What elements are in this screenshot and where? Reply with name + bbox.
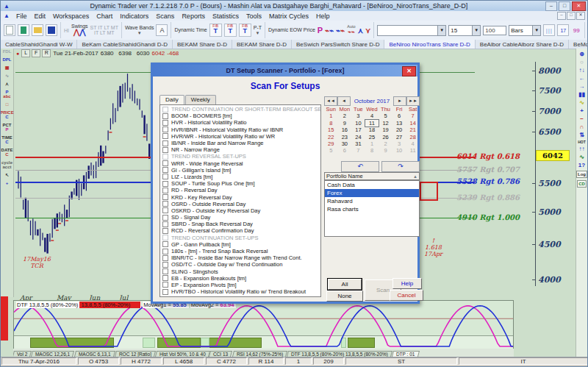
scroll-right-icon[interactable]: → <box>579 84 585 90</box>
menu-scans[interactable]: Scans <box>152 13 178 20</box>
mdi-close-button[interactable]: ✕ <box>576 12 585 20</box>
calendar-day-24[interactable]: 24 <box>351 134 365 140</box>
indicator-tab-rsi-14-62-75-25[interactable]: RSI 14,62 (75%-25%) <box>232 351 287 357</box>
bars-style-icon[interactable]: ▮▮ <box>578 92 585 98</box>
indicator-tab-roc-12-ratio[interactable]: ROC 12 [Ratio] <box>115 351 156 357</box>
calendar-day-13[interactable]: 13 <box>392 120 406 127</box>
new-chart-icon[interactable] <box>4 24 15 36</box>
calendar-day-19[interactable]: 19 <box>379 127 392 133</box>
calendar-day-31[interactable]: 31 <box>351 140 365 147</box>
left-tool-item[interactable]: ∿ <box>5 74 9 78</box>
checkbox[interactable] <box>162 262 168 268</box>
fib-time-2-icon[interactable]: FIBT <box>224 24 237 37</box>
calendar-day-9-next[interactable]: 9 <box>379 147 392 154</box>
calendar-icon[interactable]: 17 <box>557 24 569 36</box>
chart-tab-bekam-share-d-d[interactable]: BEKAM Share D-D <box>232 40 292 49</box>
all-button[interactable]: All <box>328 279 362 290</box>
menu-tools[interactable]: Tools <box>243 13 265 20</box>
portfolio-header[interactable]: Portfolio Name ▲ <box>324 172 420 180</box>
oscillator-icon[interactable]: ∿ <box>579 154 584 160</box>
checkbox[interactable] <box>162 201 168 207</box>
left-tool-pctp[interactable]: PCTP <box>3 123 12 132</box>
mdi-restore-button[interactable]: □ <box>567 12 576 20</box>
calendar-day-11-next[interactable]: 11 <box>406 147 420 154</box>
checkbox[interactable] <box>162 221 168 227</box>
checkbox[interactable] <box>162 255 168 261</box>
checkbox[interactable] <box>162 188 168 193</box>
swing-tool-2-icon[interactable]: ⌁⌁ <box>336 26 345 35</box>
setup-item-rd[interactable]: RD - Reversal Day <box>160 187 320 193</box>
maximize-button[interactable]: □ <box>559 1 570 11</box>
calendar-day-10[interactable]: 10 <box>351 120 365 127</box>
add-icon[interactable]: + <box>580 108 584 114</box>
setup-group-trend[interactable]: TREND CONTINUATION SET-UPS <box>160 235 320 241</box>
calendar-day-20[interactable]: 20 <box>392 127 406 133</box>
period-combo[interactable]: 15▼ <box>448 25 481 36</box>
checkbox[interactable] <box>162 140 168 146</box>
setup-item-gp[interactable]: GP - Gann Pullback [tm] <box>160 241 320 248</box>
log-scale-button[interactable]: Log <box>576 171 587 178</box>
swings-zigzag-icon[interactable]: ⋀⋀ <box>74 29 85 37</box>
setup-item-osrd[interactable]: OSRD - Outside Reversal Day <box>160 201 320 207</box>
calendar-day-2-next[interactable]: 2 <box>379 140 392 147</box>
fib-time-1-icon[interactable]: FIBT <box>209 24 222 37</box>
left-tool-item[interactable]: ▦ <box>5 65 10 70</box>
menu-matrix-cycles[interactable]: Matrix Cycles <box>265 13 312 20</box>
left-tool-item[interactable]: ↖ <box>5 173 9 177</box>
eow-price-p-icon[interactable]: P <box>318 26 323 35</box>
chevron-down-icon[interactable]: ▼ <box>532 26 540 35</box>
quote-button-f[interactable]: F <box>32 49 40 57</box>
setup-item-nr[interactable]: NR - Narrow Range <box>160 146 320 153</box>
close-button[interactable]: ✕ <box>572 1 586 11</box>
calendar-day-4-next[interactable]: 4 <box>406 140 420 147</box>
calendar-undo-button[interactable]: ↶ <box>341 161 379 172</box>
checkbox[interactable] <box>162 228 168 234</box>
indicator-tab-dtf-13-8-5-5-80-20-13-8-5-5-80-20[interactable]: DTF 13,8,5,5 (80%-20%) 13,8,5,5 (80%-20%… <box>287 351 392 357</box>
setups-list[interactable]: TREND CONTINUATION OR SHORT-TERM BREAKOU… <box>159 104 321 297</box>
swing-tool-3-icon[interactable]: ⋏ <box>358 26 363 35</box>
chart-tab-cableshahidghandi-w-w[interactable]: CableShahidGhandi W-W <box>1 40 77 49</box>
swing-tool-4-icon[interactable]: ⋎ <box>365 26 370 35</box>
scroll-left-icon[interactable]: ← <box>579 76 585 82</box>
auto-swing-icon[interactable]: Auto⌁⌁ <box>347 25 355 35</box>
calendar-day-8[interactable]: 8 <box>324 120 338 127</box>
indicator-tab-vol-2[interactable]: Vol 2 <box>13 351 32 357</box>
query-icon[interactable]: 1? <box>578 163 585 168</box>
hot-list-icon[interactable]: HOT <box>578 140 586 144</box>
setup-item-eb[interactable]: EB - Expansion Breakouts [tm] <box>160 275 320 282</box>
indicator-tab-dtp-01[interactable]: DTP : 01 <box>392 351 420 357</box>
checkbox[interactable] <box>162 154 168 160</box>
left-tool-fdl[interactable]: FDL <box>3 49 12 54</box>
calendar-day-14[interactable]: 14 <box>406 120 420 127</box>
calendar-day-4[interactable]: 4 <box>365 113 379 119</box>
dialog-title-bar[interactable]: DT Setup Scanner - Portfolio - [Forex] ✕ <box>153 65 417 76</box>
calendar-next-year-button[interactable]: ►► <box>406 96 420 106</box>
report-icon[interactable] <box>18 24 29 36</box>
calendar-day-1-next[interactable]: 1 <box>365 140 379 147</box>
chevron-down-icon[interactable]: ▼ <box>437 26 445 35</box>
setup-item-sd[interactable]: SD - Signal Day <box>160 214 320 221</box>
checkbox[interactable] <box>162 249 168 254</box>
calendar-day-7[interactable]: 7 <box>406 113 420 119</box>
setup-item-180s[interactable]: 180s - [tm] - Trend Snap Back Reversal <box>160 248 320 254</box>
left-tool-item[interactable]: + <box>6 181 9 185</box>
calendar-day-23[interactable]: 23 <box>338 134 352 140</box>
calendar-day-30[interactable]: 30 <box>338 140 352 147</box>
calendar-day-3-next[interactable]: 3 <box>392 140 406 147</box>
quote-button-r[interactable]: R <box>42 49 51 57</box>
indicator-tab-maosc-6-13-1[interactable]: MAOSC 6,13,1 <box>74 351 115 357</box>
checkbox[interactable] <box>162 207 168 213</box>
setup-item-gi[interactable]: GI - Gilligan's Island [tm] <box>160 167 320 174</box>
calendar-day-27[interactable]: 27 <box>392 134 406 140</box>
left-tool-cycleacct[interactable]: cycleacct <box>1 160 12 169</box>
indicator-tab-hist-vol-50-10-40[interactable]: Hist Vol 50%, 10 & 40 <box>155 351 210 357</box>
checkbox[interactable] <box>162 120 168 126</box>
wave-bands-a-button[interactable]: A <box>156 24 168 36</box>
dialog-close-button[interactable]: ✕ <box>402 66 416 76</box>
marker-icon[interactable]: ● <box>16 51 19 56</box>
calendar-day-8-next[interactable]: 8 <box>365 147 379 154</box>
zoom-in-icon[interactable]: ⊕ <box>579 51 584 57</box>
calendar-day-1[interactable]: 1 <box>324 113 338 119</box>
calendar-day-12[interactable]: 12 <box>379 120 392 127</box>
calendar-redo-button[interactable]: ↷ <box>381 161 420 172</box>
